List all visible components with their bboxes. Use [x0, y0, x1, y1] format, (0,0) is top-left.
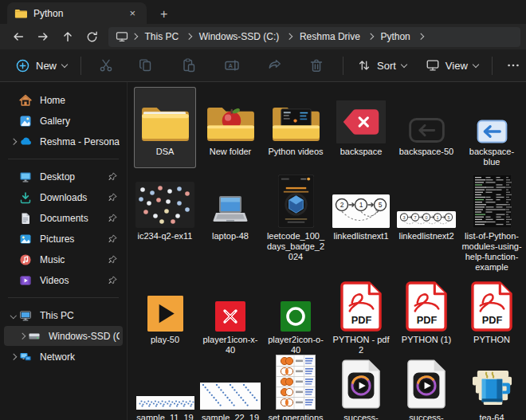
sidebar-item-label: Videos — [40, 275, 108, 286]
file-name: PYTHON (1) — [402, 335, 451, 345]
file-name: PYTHON - pdf 2 — [331, 335, 391, 355]
breadcrumb-item[interactable]: Python — [375, 29, 415, 44]
rename-button[interactable]: A — [217, 53, 247, 77]
sidebar-item-label: Music — [40, 254, 108, 265]
delete-button[interactable] — [301, 53, 332, 77]
file-tile[interactable]: Python videos — [265, 87, 327, 168]
sidebar-item-music[interactable]: Music — [4, 249, 123, 269]
file-tile[interactable]: tea-64 — [461, 361, 523, 420]
svg-text:0: 0 — [425, 215, 427, 220]
sidebar-item-documents[interactable]: Documents — [4, 208, 123, 228]
file-tile[interactable]: New folder — [199, 87, 261, 168]
o-green-icon — [281, 279, 311, 332]
cut-button[interactable] — [91, 53, 121, 77]
breadcrumb-item[interactable]: Windows-SSD (C:) — [194, 29, 285, 44]
breadcrumb-item[interactable]: This PC — [139, 29, 185, 44]
breadcrumb-chevron-icon — [186, 33, 192, 40]
file-tile[interactable]: success-fanfare-trumpets-6185 — [330, 361, 392, 420]
sidebar-item-home[interactable]: Home — [4, 90, 123, 110]
sidebar-item-label: Reshma - Personal — [40, 136, 120, 147]
new-tab-button[interactable]: + — [160, 9, 167, 20]
sidebar-item-label: Windows-SSD (C:) — [49, 331, 120, 342]
chevron-down-icon — [61, 61, 68, 67]
sidebar-item-downloads[interactable]: Downloads — [4, 187, 123, 207]
breadcrumb-chevron-icon — [367, 33, 374, 40]
file-explorer-window: Python × + This PCWindows-SSD (C: — [0, 0, 526, 420]
file-tile[interactable]: PDFPYTHON (1) — [395, 278, 457, 356]
paste-icon — [181, 57, 197, 73]
downloads-icon — [19, 191, 33, 204]
network-icon — [19, 351, 33, 363]
file-tile[interactable]: 215linkedlistnext1 — [330, 173, 392, 273]
file-tile[interactable]: sample_11_1957 — [134, 361, 196, 420]
sidebar-item-label: Home — [40, 95, 120, 106]
sidebar-item-this-pc[interactable]: This PC — [4, 305, 123, 325]
file-tile[interactable]: list-of-Python-modules-using-help-functi… — [461, 173, 523, 273]
new-button[interactable]: New — [8, 54, 74, 77]
file-tile[interactable]: player1icon-x-40 — [199, 278, 261, 356]
file-tile[interactable]: backspace — [330, 87, 392, 168]
file-tile[interactable]: sample_22_1957 — [199, 361, 261, 420]
copy-button[interactable] — [131, 53, 161, 77]
chevron-right-icon[interactable] — [10, 139, 17, 145]
chevron-right-icon[interactable] — [19, 333, 26, 340]
sidebar-item-reshma-personal[interactable]: Reshma - Personal — [4, 131, 123, 151]
file-tile[interactable]: set operations — [265, 361, 327, 420]
main-area: HomeGalleryReshma - PersonalDesktopDownl… — [0, 82, 526, 420]
navigation-bar: This PCWindows-SSD (C:)Reshma DrivePytho… — [0, 24, 526, 49]
file-tile[interactable]: 37015linkedlistnext2 — [395, 173, 457, 273]
chevron-down-icon[interactable] — [10, 312, 17, 319]
file-tile[interactable]: backspace-50 — [395, 87, 457, 168]
file-tile[interactable]: backspace-blue — [461, 87, 523, 168]
pdf-icon: PDF — [340, 279, 383, 332]
back-button[interactable] — [6, 26, 30, 47]
desktop-icon — [19, 171, 33, 183]
file-tile[interactable]: play-50 — [134, 278, 196, 356]
paste-button[interactable] — [174, 53, 204, 77]
file-tile[interactable]: DSA — [134, 87, 196, 168]
explorer-tab[interactable]: Python × — [7, 2, 147, 24]
pin-icon — [108, 255, 117, 264]
sidebar-item-desktop[interactable]: Desktop — [4, 167, 123, 186]
more-options-button[interactable] — [499, 54, 526, 77]
forward-button[interactable] — [30, 26, 55, 47]
video-file-icon — [405, 362, 448, 410]
rename-icon: A — [224, 57, 240, 73]
home-icon — [19, 94, 33, 107]
sidebar-item-videos[interactable]: Videos — [4, 270, 123, 290]
file-tile[interactable]: PDFPYTHON — [461, 278, 523, 356]
svg-text:1: 1 — [359, 201, 363, 209]
file-name: Python videos — [268, 147, 323, 157]
file-tile[interactable]: success-fanfare-trumpets-6185 — [395, 361, 457, 420]
sort-button[interactable]: Sort — [350, 54, 414, 77]
file-tile[interactable]: ic234-q2-ex11 — [134, 173, 196, 273]
breadcrumb-chevron-icon — [132, 33, 138, 40]
delete-icon — [308, 57, 324, 73]
sidebar-item-gallery[interactable]: Gallery — [4, 111, 123, 131]
share-button[interactable] — [260, 53, 290, 77]
sidebar-item-pictures[interactable]: Pictures — [4, 229, 123, 249]
file-tile[interactable]: PDFPYTHON - pdf 2 — [330, 278, 392, 356]
file-name: ic234-q2-ex11 — [138, 231, 193, 241]
chevron-right-icon[interactable] — [10, 354, 17, 360]
sidebar-item-windows-ssd-c[interactable]: Windows-SSD (C:) — [4, 326, 123, 346]
pdf-icon: PDF — [470, 279, 514, 332]
file-tile[interactable]: laptop-48 — [199, 173, 261, 273]
sidebar-item-network[interactable]: Network — [4, 347, 123, 367]
pictures-icon — [19, 233, 33, 245]
refresh-button[interactable] — [80, 26, 104, 47]
view-button[interactable]: View — [418, 54, 485, 77]
gallery-icon — [19, 115, 33, 128]
up-button[interactable] — [55, 26, 80, 47]
breadcrumb-item[interactable]: Reshma Drive — [294, 29, 366, 44]
onedrive-cloud-icon — [19, 135, 33, 148]
file-name: sample_11_1957 — [135, 413, 195, 420]
new-plus-circle-icon — [15, 58, 30, 73]
address-bar[interactable]: This PCWindows-SSD (C:)Reshma DrivePytho… — [108, 27, 520, 47]
file-name: laptop-48 — [212, 231, 249, 241]
file-tile[interactable]: leetcode_100_days_badge_2024 — [265, 173, 327, 273]
toolbar-separator — [80, 57, 81, 75]
file-row: ic234-q2-ex11laptop-48leetcode_100_days_… — [134, 173, 526, 273]
tab-close-icon[interactable]: × — [125, 7, 139, 19]
file-tile[interactable]: player2icon-o-40 — [265, 278, 327, 356]
